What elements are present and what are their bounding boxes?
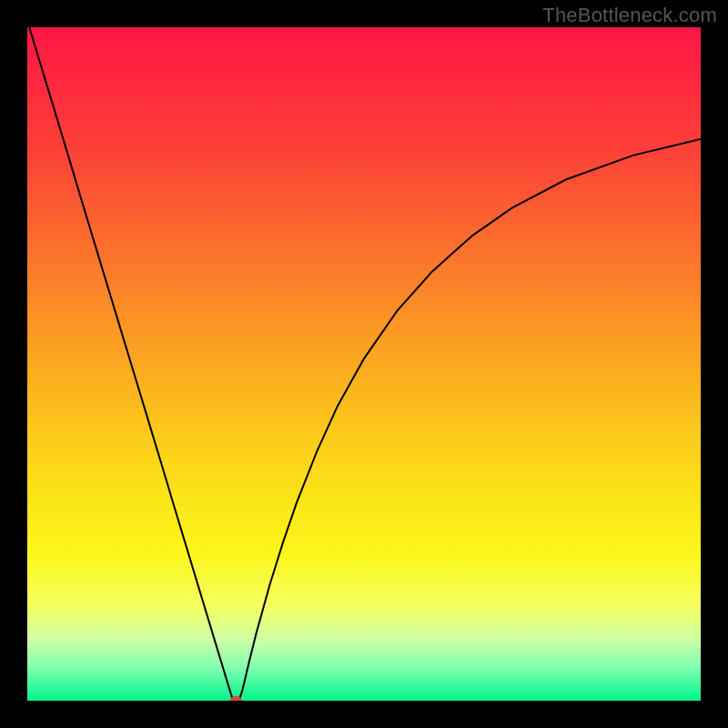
chart-background <box>27 27 701 701</box>
watermark-text: TheBottleneck.com <box>542 4 717 27</box>
chart-svg <box>27 27 701 701</box>
plot-area <box>27 27 701 701</box>
chart-frame: TheBottleneck.com <box>0 0 728 728</box>
